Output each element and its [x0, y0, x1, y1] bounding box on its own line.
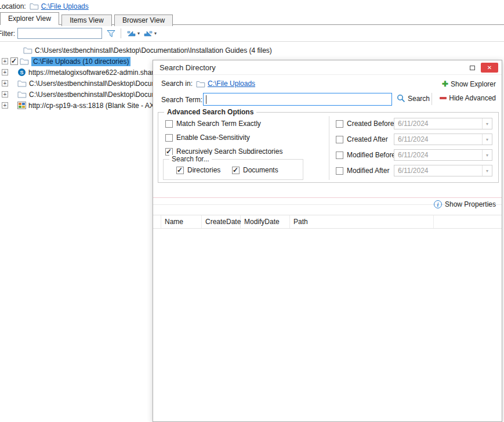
- calendar-dropdown-icon[interactable]: ▾: [482, 118, 492, 129]
- tree-item-label[interactable]: C:\Users\testbenchinstall\Desktop\Docume…: [29, 80, 167, 88]
- calendar-dropdown-icon[interactable]: ▾: [482, 134, 492, 145]
- folder-icon: [17, 91, 27, 98]
- modified-after-date-picker[interactable]: 6/11/2024 ▾: [394, 165, 492, 176]
- checkbox-label: Created Before: [347, 120, 400, 128]
- modified-before-option[interactable]: Modified Before: [336, 151, 400, 159]
- column-header-name[interactable]: Name: [161, 215, 202, 228]
- expand-icon[interactable]: [2, 58, 8, 64]
- chevron-down-icon[interactable]: ▾: [137, 31, 140, 36]
- expand-icon[interactable]: [2, 102, 8, 109]
- tab-items-view[interactable]: Items View: [61, 15, 111, 26]
- tab-browser-view[interactable]: Browser View: [114, 15, 173, 26]
- checkbox-label: Modified Before: [347, 151, 400, 159]
- minus-icon: [440, 97, 447, 99]
- tree-item-label[interactable]: http://cp-sp19-a-ss:1818 (Blank Site - A…: [28, 102, 168, 110]
- checkbox[interactable]: [165, 134, 173, 142]
- checkbox[interactable]: [336, 167, 343, 175]
- show-properties-button[interactable]: i Show Properties: [434, 200, 496, 208]
- documents-option[interactable]: Documents: [232, 166, 278, 174]
- directories-option[interactable]: Directories: [176, 166, 220, 174]
- search-term-label: Search Term:: [161, 96, 202, 104]
- modified-after-option[interactable]: Modified After: [336, 167, 400, 175]
- tree-row[interactable]: C:\Users\testbenchinstall\Desktop\Docume…: [0, 45, 504, 56]
- column-header-modifydate[interactable]: ModifyDate: [241, 215, 290, 228]
- site-icon: [17, 102, 26, 109]
- filter-label: Filter:: [0, 30, 15, 38]
- show-explorer-label: Show Explorer: [451, 80, 496, 88]
- expand-icon[interactable]: [2, 91, 8, 98]
- svg-text:S: S: [20, 70, 23, 75]
- created-after-date-picker[interactable]: 6/11/2024 ▾: [394, 134, 492, 145]
- dialog-titlebar[interactable]: Search Directory ✕: [153, 60, 502, 75]
- search-term-input[interactable]: [204, 93, 391, 105]
- checkbox-label: Documents: [243, 166, 278, 174]
- plus-icon: ✚: [442, 80, 448, 88]
- search-term-input-wrap: [203, 93, 392, 106]
- checkbox-label: Match Search Term Exactly: [176, 120, 261, 128]
- toolbar-separator: [121, 28, 121, 38]
- hide-advanced-label: Hide Advanced: [449, 94, 496, 102]
- column-header-path[interactable]: Path: [290, 215, 434, 228]
- hide-advanced-button[interactable]: Hide Advanced: [440, 94, 496, 102]
- location-link[interactable]: C:\File Uploads: [41, 2, 89, 10]
- chevron-down-icon[interactable]: ▾: [154, 31, 157, 36]
- checkbox[interactable]: [176, 167, 184, 174]
- modified-before-date-picker[interactable]: 6/11/2024 ▾: [394, 149, 492, 161]
- checkbox[interactable]: [336, 152, 343, 159]
- checkbox-label: Enable Case-Sensitivity: [176, 134, 250, 142]
- search-in-row: Search in: C:\File Uploads: [161, 80, 255, 88]
- checkbox[interactable]: [165, 148, 173, 156]
- paste-selection-icon[interactable]: ▾: [143, 30, 157, 38]
- close-icon[interactable]: ✕: [481, 63, 498, 73]
- checkbox[interactable]: [336, 136, 343, 143]
- group-divider: [329, 116, 329, 180]
- calendar-dropdown-icon[interactable]: ▾: [482, 165, 492, 176]
- table-handle-column: [153, 215, 161, 228]
- tree-item-label[interactable]: C:\Users\testbenchinstall\Desktop\Docume…: [35, 46, 272, 55]
- results-table-header: Name CreateDate ModifyDate Path: [153, 215, 502, 229]
- column-header-createdate[interactable]: CreateDate: [202, 215, 241, 228]
- show-explorer-button[interactable]: ✚ Show Explorer: [442, 80, 496, 88]
- tree-item-label[interactable]: https://metalogixsoftware622-admin.share…: [28, 68, 161, 77]
- copy-selection-icon[interactable]: ▾: [126, 30, 140, 38]
- folder-icon: [20, 57, 29, 65]
- calendar-dropdown-icon[interactable]: ▾: [482, 150, 492, 160]
- checkbox[interactable]: [336, 120, 343, 128]
- location-bar: Location: C:\File Uploads: [0, 0, 504, 12]
- tree-checkbox[interactable]: [10, 57, 18, 65]
- info-icon: i: [434, 200, 442, 208]
- search-in-link[interactable]: C:\File Uploads: [208, 80, 255, 88]
- case-sensitivity-option[interactable]: Enable Case-Sensitivity: [165, 134, 250, 142]
- results-table-body[interactable]: [153, 229, 502, 421]
- filter-funnel-icon[interactable]: [107, 30, 115, 38]
- splitter-line: [153, 197, 502, 198]
- created-after-option[interactable]: Created After: [336, 135, 400, 143]
- location-label: Location:: [0, 2, 26, 10]
- created-before-date-picker[interactable]: 6/11/2024 ▾: [394, 118, 492, 129]
- search-button[interactable]: Search: [397, 94, 430, 103]
- view-tabs: Explorer View Items View Browser View: [0, 12, 504, 25]
- advanced-options-title: Advanced Search Options: [164, 108, 256, 116]
- date-value: 6/11/2024: [394, 151, 482, 159]
- match-exactly-option[interactable]: Match Search Term Exactly: [165, 120, 261, 128]
- created-before-option[interactable]: Created Before: [336, 120, 400, 128]
- date-value: 6/11/2024: [394, 120, 482, 128]
- folder-icon: [30, 2, 39, 10]
- search-for-group: Search for... Directories Documents: [163, 159, 303, 180]
- expand-icon[interactable]: [2, 80, 8, 86]
- restore-icon[interactable]: [470, 66, 475, 70]
- search-directory-dialog: Search Directory ✕ Search in: C:\File Up…: [153, 60, 502, 422]
- checkbox[interactable]: [165, 120, 173, 128]
- filter-input[interactable]: [17, 28, 102, 39]
- checkbox[interactable]: [232, 167, 240, 174]
- tab-explorer-view[interactable]: Explorer View: [0, 12, 59, 25]
- show-properties-label: Show Properties: [445, 200, 496, 208]
- tree-item-label[interactable]: C:\Users\testbenchinstall\Desktop\Docume…: [29, 91, 167, 99]
- expand-icon[interactable]: [2, 69, 8, 75]
- tree-item-label-selected[interactable]: C:\File Uploads (10 directories): [31, 57, 130, 66]
- date-value: 6/11/2024: [394, 135, 482, 143]
- dialog-title: Search Directory: [159, 63, 216, 72]
- recursive-search-option[interactable]: Recursively Search Subdirectories: [165, 147, 282, 156]
- checkbox-label: Modified After: [347, 167, 400, 175]
- search-button-label: Search: [408, 95, 430, 103]
